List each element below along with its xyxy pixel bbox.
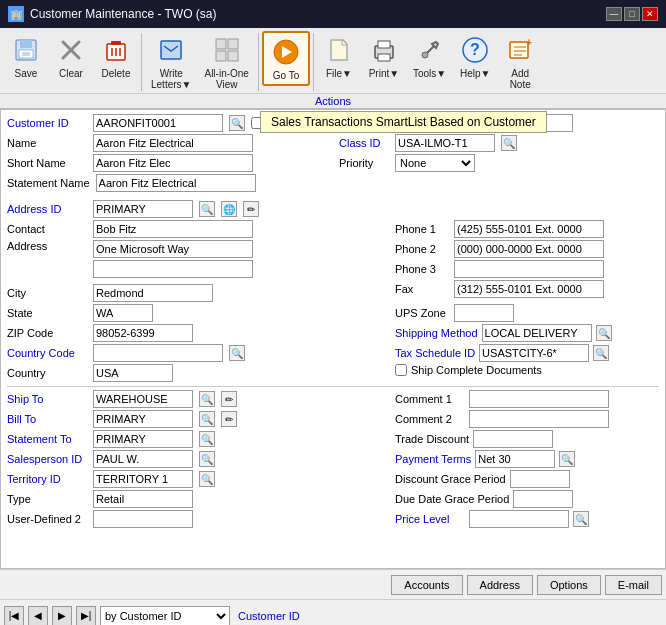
zip-input[interactable] — [93, 324, 193, 342]
class-id-lookup[interactable]: 🔍 — [501, 135, 517, 151]
payment-terms-label[interactable]: Payment Terms — [395, 453, 471, 465]
tax-schedule-id-label[interactable]: Tax Schedule ID — [395, 347, 475, 359]
help-button[interactable]: ? Help▼ — [453, 31, 497, 82]
territory-id-lookup[interactable]: 🔍 — [199, 471, 215, 487]
customer-id-lookup[interactable]: 🔍 — [229, 115, 245, 131]
nav-first-button[interactable]: |◀ — [4, 606, 24, 626]
price-level-input[interactable] — [469, 510, 569, 528]
address-id-map[interactable]: 🌐 — [221, 201, 237, 217]
city-input[interactable] — [93, 284, 213, 302]
ship-to-label[interactable]: Ship To — [7, 393, 87, 405]
ship-to-lookup[interactable]: 🔍 — [199, 391, 215, 407]
name-row: Name Class ID 🔍 — [7, 134, 659, 152]
priority-select[interactable]: None 1 2 — [395, 154, 475, 172]
trade-discount-row: Trade Discount — [395, 430, 659, 448]
country-input[interactable] — [93, 364, 173, 382]
name-input[interactable] — [93, 134, 253, 152]
save-label: Save — [15, 68, 38, 79]
price-level-lookup[interactable]: 🔍 — [573, 511, 589, 527]
bill-to-label[interactable]: Bill To — [7, 413, 87, 425]
shipping-method-label[interactable]: Shipping Method — [395, 327, 478, 339]
go-to-icon — [270, 36, 302, 68]
salesperson-id-label[interactable]: Salesperson ID — [7, 453, 87, 465]
country-code-lookup[interactable]: 🔍 — [229, 345, 245, 361]
maximize-button[interactable]: □ — [624, 7, 640, 21]
address-id-edit[interactable]: ✏ — [243, 201, 259, 217]
country-code-input[interactable] — [93, 344, 223, 362]
shipping-method-lookup[interactable]: 🔍 — [596, 325, 612, 341]
state-input[interactable] — [93, 304, 153, 322]
salesperson-id-input[interactable] — [93, 450, 193, 468]
ship-complete-checkbox[interactable] — [395, 364, 407, 376]
address-button[interactable]: Address — [467, 575, 533, 595]
payment-terms-input[interactable] — [475, 450, 555, 468]
class-id-input[interactable] — [395, 134, 495, 152]
short-name-input[interactable] — [93, 154, 253, 172]
all-in-one-button[interactable]: All-in-OneView — [198, 31, 254, 93]
class-id-label[interactable]: Class ID — [339, 137, 389, 149]
bill-to-edit[interactable]: ✏ — [221, 411, 237, 427]
statement-name-input[interactable] — [96, 174, 256, 192]
ups-zone-input[interactable] — [454, 304, 514, 322]
trade-discount-input[interactable] — [473, 430, 553, 448]
address-line1-input[interactable] — [93, 240, 253, 258]
bill-to-lookup[interactable]: 🔍 — [199, 411, 215, 427]
spacer-1 — [7, 194, 659, 198]
discount-grace-input[interactable] — [510, 470, 570, 488]
minimize-button[interactable]: — — [606, 7, 622, 21]
contact-input[interactable] — [93, 220, 253, 238]
print-label: Print▼ — [369, 68, 399, 79]
territory-id-label[interactable]: Territory ID — [7, 473, 87, 485]
tax-schedule-id-lookup[interactable]: 🔍 — [593, 345, 609, 361]
tax-schedule-id-input[interactable] — [479, 344, 589, 362]
payment-terms-lookup[interactable]: 🔍 — [559, 451, 575, 467]
comment2-row: Comment 2 — [395, 410, 659, 428]
ship-to-edit[interactable]: ✏ — [221, 391, 237, 407]
statement-to-lookup[interactable]: 🔍 — [199, 431, 215, 447]
clear-label: Clear — [59, 68, 83, 79]
phone2-input[interactable] — [454, 240, 604, 258]
close-button[interactable]: ✕ — [642, 7, 658, 21]
go-to-button[interactable]: Go To — [262, 31, 310, 86]
file-button[interactable]: File▼ — [317, 31, 361, 82]
save-button[interactable]: Save — [4, 31, 48, 82]
phone1-input[interactable] — [454, 220, 604, 238]
phone3-input[interactable] — [454, 260, 604, 278]
statement-to-input[interactable] — [93, 430, 193, 448]
salesperson-id-lookup[interactable]: 🔍 — [199, 451, 215, 467]
accounts-button[interactable]: Accounts — [391, 575, 462, 595]
print-button[interactable]: Print▼ — [362, 31, 406, 82]
tools-button[interactable]: Tools▼ — [407, 31, 452, 82]
nav-prev-button[interactable]: ◀ — [28, 606, 48, 626]
user-defined2-input[interactable] — [93, 510, 193, 528]
nav-sort-select[interactable]: by Customer ID by Name by Short Name — [100, 606, 230, 626]
clear-button[interactable]: Clear — [49, 31, 93, 82]
territory-id-input[interactable] — [93, 470, 193, 488]
bill-to-input[interactable] — [93, 410, 193, 428]
address-id-input[interactable] — [93, 200, 193, 218]
price-level-label[interactable]: Price Level — [395, 513, 465, 525]
type-input[interactable] — [93, 490, 193, 508]
nav-next-button[interactable]: ▶ — [52, 606, 72, 626]
country-code-label[interactable]: Country Code — [7, 347, 87, 359]
statement-to-label[interactable]: Statement To — [7, 433, 87, 445]
city-label: City — [7, 287, 87, 299]
add-note-button[interactable]: + AddNote — [498, 31, 542, 93]
email-button[interactable]: E-mail — [605, 575, 662, 595]
write-letters-button[interactable]: WriteLetters▼ — [145, 31, 197, 93]
due-date-grace-input[interactable] — [513, 490, 573, 508]
ship-to-input[interactable] — [93, 390, 193, 408]
nav-last-button[interactable]: ▶| — [76, 606, 96, 626]
address-line2-input[interactable] — [93, 260, 253, 278]
comment2-input[interactable] — [469, 410, 609, 428]
statement-name-row: Statement Name — [7, 174, 659, 192]
delete-button[interactable]: Delete — [94, 31, 138, 82]
comment1-input[interactable] — [469, 390, 609, 408]
address-id-lookup[interactable]: 🔍 — [199, 201, 215, 217]
address-id-label[interactable]: Address ID — [7, 203, 87, 215]
shipping-method-input[interactable] — [482, 324, 592, 342]
customer-id-input[interactable] — [93, 114, 223, 132]
fax-input[interactable] — [454, 280, 604, 298]
options-button[interactable]: Options — [537, 575, 601, 595]
go-to-label: Go To — [273, 70, 300, 81]
